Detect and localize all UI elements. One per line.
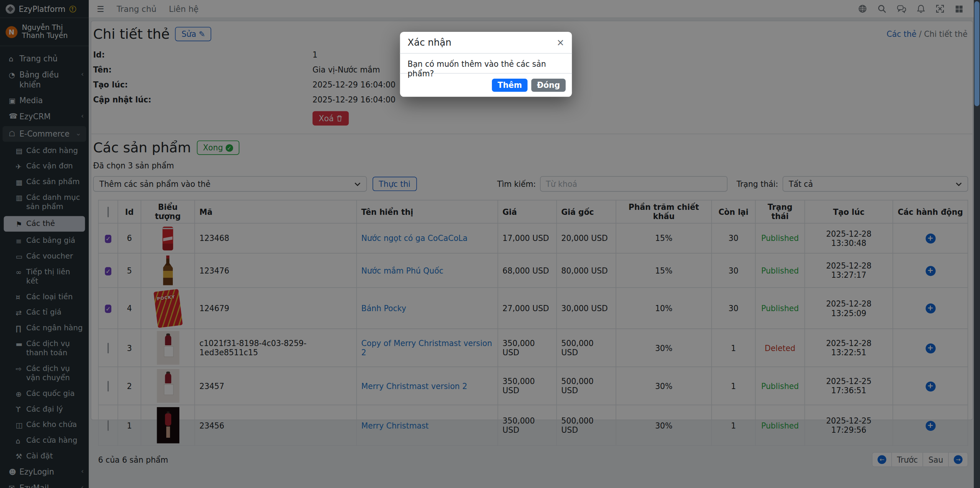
- modal-confirm-button[interactable]: Thêm: [492, 79, 528, 92]
- app-root: EzyPlatform ↑ N Nguyễn Thị Thanh Tuyền ⌂…: [0, 0, 980, 488]
- modal-body-text: Bạn có muốn thêm vào thẻ các sản phẩm?: [400, 54, 572, 74]
- confirm-modal: Xác nhận × Bạn có muốn thêm vào thẻ các …: [400, 32, 572, 97]
- modal-title: Xác nhận: [407, 37, 451, 48]
- close-icon[interactable]: ×: [556, 38, 564, 47]
- scrollbar-thumb[interactable]: [974, 1, 979, 106]
- browser-scrollbar[interactable]: [974, 0, 980, 488]
- modal-dismiss-button[interactable]: Đóng: [531, 79, 566, 92]
